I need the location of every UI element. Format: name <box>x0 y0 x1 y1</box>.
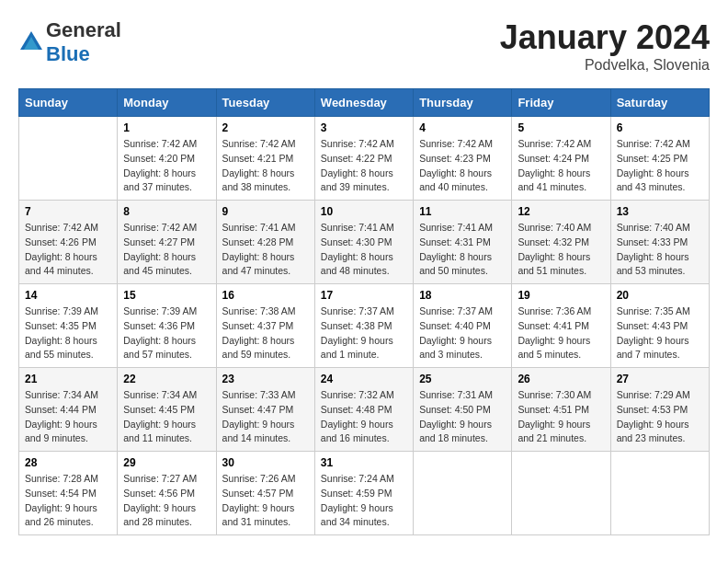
sunrise-text: Sunrise: 7:42 AM <box>123 221 210 236</box>
sunrise-text: Sunrise: 7:29 AM <box>617 388 703 403</box>
month-year-title: January 2024 <box>500 18 710 57</box>
col-thursday: Thursday <box>414 89 512 117</box>
sunset-text: Sunset: 4:44 PM <box>25 403 111 418</box>
sunset-text: Sunset: 4:43 PM <box>617 319 703 334</box>
daylight-text: Daylight: 9 hours and 23 minutes. <box>617 418 703 447</box>
day-number: 19 <box>518 289 604 302</box>
calendar-cell: 10Sunrise: 7:41 AMSunset: 4:30 PMDayligh… <box>314 201 413 284</box>
daylight-text: Daylight: 8 hours and 47 minutes. <box>222 250 309 280</box>
day-number: 20 <box>617 289 703 302</box>
daylight-text: Daylight: 9 hours and 14 minutes. <box>222 418 309 447</box>
daylight-text: Daylight: 8 hours and 50 minutes. <box>419 250 506 280</box>
day-info: Sunrise: 7:40 AMSunset: 4:33 PMDaylight:… <box>617 221 703 279</box>
calendar-cell: 21Sunrise: 7:34 AMSunset: 4:44 PMDayligh… <box>19 368 118 452</box>
sunset-text: Sunset: 4:57 PM <box>222 487 309 501</box>
sunrise-text: Sunrise: 7:34 AM <box>25 388 111 403</box>
day-info: Sunrise: 7:41 AMSunset: 4:31 PMDaylight:… <box>419 221 506 279</box>
calendar-cell: 29Sunrise: 7:27 AMSunset: 4:56 PMDayligh… <box>118 452 216 535</box>
logo-blue-text: Blue <box>46 42 90 65</box>
day-info: Sunrise: 7:34 AMSunset: 4:44 PMDaylight:… <box>25 388 111 446</box>
daylight-text: Daylight: 8 hours and 39 minutes. <box>321 167 407 196</box>
day-info: Sunrise: 7:33 AMSunset: 4:47 PMDaylight:… <box>222 388 309 446</box>
sunset-text: Sunset: 4:47 PM <box>222 403 309 418</box>
daylight-text: Daylight: 8 hours and 38 minutes. <box>222 167 309 196</box>
day-info: Sunrise: 7:42 AMSunset: 4:22 PMDaylight:… <box>321 137 407 195</box>
sunrise-text: Sunrise: 7:35 AM <box>617 304 703 319</box>
day-info: Sunrise: 7:41 AMSunset: 4:28 PMDaylight:… <box>222 221 309 279</box>
day-info: Sunrise: 7:30 AMSunset: 4:51 PMDaylight:… <box>518 388 604 446</box>
day-number: 9 <box>222 205 309 218</box>
sunrise-text: Sunrise: 7:30 AM <box>518 388 604 403</box>
day-info: Sunrise: 7:29 AMSunset: 4:53 PMDaylight:… <box>617 388 703 446</box>
sunset-text: Sunset: 4:21 PM <box>222 152 309 167</box>
daylight-text: Daylight: 8 hours and 51 minutes. <box>518 250 604 280</box>
day-info: Sunrise: 7:28 AMSunset: 4:54 PMDaylight:… <box>25 472 111 530</box>
day-number: 16 <box>222 289 309 302</box>
col-tuesday: Tuesday <box>216 89 314 117</box>
calendar-cell: 9Sunrise: 7:41 AMSunset: 4:28 PMDaylight… <box>216 201 314 284</box>
day-info: Sunrise: 7:42 AMSunset: 4:23 PMDaylight:… <box>419 137 506 195</box>
calendar-cell: 25Sunrise: 7:31 AMSunset: 4:50 PMDayligh… <box>414 368 512 452</box>
day-number: 14 <box>25 289 111 302</box>
daylight-text: Daylight: 9 hours and 34 minutes. <box>321 501 407 531</box>
day-info: Sunrise: 7:40 AMSunset: 4:32 PMDaylight:… <box>518 221 604 279</box>
day-number: 18 <box>419 289 506 302</box>
daylight-text: Daylight: 9 hours and 7 minutes. <box>617 334 703 363</box>
daylight-text: Daylight: 8 hours and 44 minutes. <box>25 250 111 280</box>
sunrise-text: Sunrise: 7:42 AM <box>518 137 604 152</box>
calendar-cell: 17Sunrise: 7:37 AMSunset: 4:38 PMDayligh… <box>314 284 413 368</box>
sunrise-text: Sunrise: 7:40 AM <box>518 221 604 236</box>
col-wednesday: Wednesday <box>314 89 413 117</box>
calendar-cell: 4Sunrise: 7:42 AMSunset: 4:23 PMDaylight… <box>414 117 512 201</box>
day-info: Sunrise: 7:31 AMSunset: 4:50 PMDaylight:… <box>419 388 506 446</box>
day-info: Sunrise: 7:41 AMSunset: 4:30 PMDaylight:… <box>321 221 407 279</box>
calendar-cell: 26Sunrise: 7:30 AMSunset: 4:51 PMDayligh… <box>512 368 610 452</box>
daylight-text: Daylight: 9 hours and 21 minutes. <box>518 418 604 447</box>
sunset-text: Sunset: 4:25 PM <box>617 152 703 167</box>
sunrise-text: Sunrise: 7:42 AM <box>321 137 407 152</box>
sunrise-text: Sunrise: 7:26 AM <box>222 472 309 487</box>
sunset-text: Sunset: 4:35 PM <box>25 319 111 334</box>
day-info: Sunrise: 7:35 AMSunset: 4:43 PMDaylight:… <box>617 304 703 362</box>
day-info: Sunrise: 7:36 AMSunset: 4:41 PMDaylight:… <box>518 304 604 362</box>
col-monday: Monday <box>118 89 216 117</box>
sunset-text: Sunset: 4:36 PM <box>123 319 210 334</box>
calendar-body: 1Sunrise: 7:42 AMSunset: 4:20 PMDaylight… <box>19 117 710 535</box>
daylight-text: Daylight: 9 hours and 11 minutes. <box>123 418 210 447</box>
calendar-cell: 16Sunrise: 7:38 AMSunset: 4:37 PMDayligh… <box>216 284 314 368</box>
sunrise-text: Sunrise: 7:36 AM <box>518 304 604 319</box>
calendar-cell: 6Sunrise: 7:42 AMSunset: 4:25 PMDaylight… <box>610 117 709 201</box>
sunrise-text: Sunrise: 7:28 AM <box>25 472 111 487</box>
daylight-text: Daylight: 9 hours and 5 minutes. <box>518 334 604 363</box>
day-number: 7 <box>25 205 111 218</box>
day-number: 2 <box>222 121 309 134</box>
sunrise-text: Sunrise: 7:33 AM <box>222 388 309 403</box>
day-number: 31 <box>321 456 407 469</box>
calendar-cell: 18Sunrise: 7:37 AMSunset: 4:40 PMDayligh… <box>414 284 512 368</box>
day-info: Sunrise: 7:38 AMSunset: 4:37 PMDaylight:… <box>222 304 309 362</box>
sunset-text: Sunset: 4:37 PM <box>222 319 309 334</box>
calendar-cell: 20Sunrise: 7:35 AMSunset: 4:43 PMDayligh… <box>610 284 709 368</box>
col-saturday: Saturday <box>610 89 709 117</box>
sunrise-text: Sunrise: 7:31 AM <box>419 388 506 403</box>
sunrise-text: Sunrise: 7:41 AM <box>321 221 407 236</box>
day-info: Sunrise: 7:26 AMSunset: 4:57 PMDaylight:… <box>222 472 309 530</box>
sunrise-text: Sunrise: 7:40 AM <box>617 221 703 236</box>
calendar-cell: 13Sunrise: 7:40 AMSunset: 4:33 PMDayligh… <box>610 201 709 284</box>
day-info: Sunrise: 7:32 AMSunset: 4:48 PMDaylight:… <box>321 388 407 446</box>
sunset-text: Sunset: 4:54 PM <box>25 487 111 501</box>
daylight-text: Daylight: 8 hours and 48 minutes. <box>321 250 407 280</box>
calendar-week-4: 28Sunrise: 7:28 AMSunset: 4:54 PMDayligh… <box>19 452 710 535</box>
day-number: 1 <box>123 121 210 134</box>
day-info: Sunrise: 7:37 AMSunset: 4:38 PMDaylight:… <box>321 304 407 362</box>
sunset-text: Sunset: 4:59 PM <box>321 487 407 501</box>
daylight-text: Daylight: 8 hours and 53 minutes. <box>617 250 703 280</box>
calendar-cell: 19Sunrise: 7:36 AMSunset: 4:41 PMDayligh… <box>512 284 610 368</box>
calendar-cell: 15Sunrise: 7:39 AMSunset: 4:36 PMDayligh… <box>118 284 216 368</box>
col-friday: Friday <box>512 89 610 117</box>
calendar-cell: 24Sunrise: 7:32 AMSunset: 4:48 PMDayligh… <box>314 368 413 452</box>
col-sunday: Sunday <box>19 89 118 117</box>
sunset-text: Sunset: 4:30 PM <box>321 236 407 250</box>
calendar-cell: 30Sunrise: 7:26 AMSunset: 4:57 PMDayligh… <box>216 452 314 535</box>
sunrise-text: Sunrise: 7:37 AM <box>321 304 407 319</box>
